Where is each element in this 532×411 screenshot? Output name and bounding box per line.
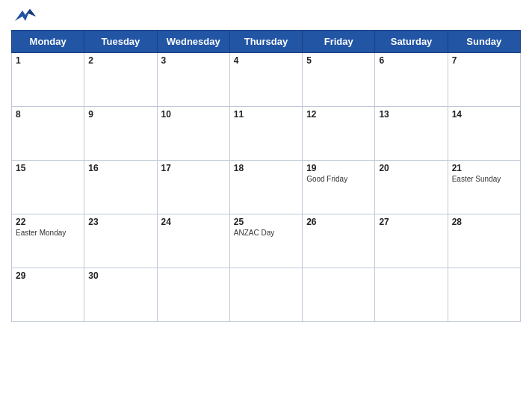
calendar-cell: 16	[84, 161, 157, 214]
calendar-cell: 15	[12, 161, 84, 214]
logo-bird-icon	[15, 7, 36, 24]
calendar-cell: 5	[303, 53, 375, 107]
day-number: 22	[16, 217, 80, 227]
weekday-header: Saturday	[375, 31, 448, 53]
calendar-cell: 4	[229, 53, 302, 107]
day-number: 10	[161, 109, 226, 120]
calendar-cell: 13	[375, 107, 448, 161]
day-number: 18	[234, 163, 298, 173]
weekday-header: Friday	[303, 31, 375, 53]
calendar-week-row: 891011121314	[12, 107, 521, 161]
day-number: 8	[16, 109, 80, 120]
calendar-cell: 25ANZAC Day	[229, 214, 302, 268]
calendar-cell: 23	[84, 214, 157, 268]
calendar-cell: 10	[157, 107, 229, 161]
calendar-cell: 12	[303, 107, 375, 161]
day-number: 14	[452, 109, 516, 120]
day-number: 19	[306, 163, 371, 173]
calendar-cell: 29	[12, 268, 84, 322]
calendar-cell: 28	[448, 214, 520, 268]
day-number: 30	[88, 271, 152, 281]
day-number: 28	[452, 217, 516, 227]
calendar-cell: 22Easter Monday	[12, 214, 84, 268]
weekday-header: Monday	[12, 31, 84, 53]
day-number: 17	[161, 163, 226, 173]
weekday-header: Thursday	[229, 31, 302, 53]
day-number: 27	[379, 217, 443, 227]
calendar-table: MondayTuesdayWednesdayThursdayFridaySatu…	[11, 30, 521, 322]
calendar-week-row: 2930	[12, 268, 521, 322]
calendar-cell: 3	[157, 53, 229, 107]
calendar-cell: 17	[157, 161, 229, 214]
day-number: 11	[234, 109, 298, 120]
calendar-cell: 26	[303, 214, 375, 268]
day-number: 15	[16, 163, 80, 173]
calendar-cell: 30	[84, 268, 157, 322]
day-number: 7	[452, 55, 516, 66]
day-number: 12	[306, 109, 371, 120]
calendar-cell	[229, 268, 302, 322]
day-number: 24	[161, 217, 226, 227]
day-number: 2	[88, 55, 152, 66]
day-number: 6	[379, 55, 443, 66]
calendar-cell: 6	[375, 53, 448, 107]
calendar-cell: 1	[12, 53, 84, 107]
weekday-header: Tuesday	[84, 31, 157, 53]
calendar-cell	[303, 268, 375, 322]
day-number: 26	[306, 217, 371, 227]
calendar-cell: 14	[448, 107, 520, 161]
day-number: 4	[234, 55, 298, 66]
logo	[15, 7, 39, 24]
day-number: 13	[379, 109, 443, 120]
day-number: 29	[16, 271, 80, 281]
weekday-header: Sunday	[448, 31, 520, 53]
day-number: 20	[379, 163, 443, 173]
calendar-cell: 18	[229, 161, 302, 214]
day-number: 16	[88, 163, 152, 173]
holiday-label: Easter Monday	[16, 229, 80, 237]
weekday-header: Wednesday	[157, 31, 229, 53]
holiday-label: Easter Sunday	[452, 175, 516, 183]
day-number: 5	[306, 55, 371, 66]
calendar-cell: 9	[84, 107, 157, 161]
calendar-cell: 20	[375, 161, 448, 214]
calendar-cell: 27	[375, 214, 448, 268]
calendar-cell	[375, 268, 448, 322]
day-number: 1	[16, 55, 80, 66]
day-number: 3	[161, 55, 226, 66]
day-number: 21	[452, 163, 516, 173]
calendar-week-row: 1234567	[12, 53, 521, 107]
calendar-cell	[157, 268, 229, 322]
calendar-cell: 2	[84, 53, 157, 107]
calendar-cell: 19Good Friday	[303, 161, 375, 214]
calendar-cell: 8	[12, 107, 84, 161]
day-number: 25	[234, 217, 298, 227]
calendar-week-row: 1516171819Good Friday2021Easter Sunday	[12, 161, 521, 214]
day-number: 23	[88, 217, 152, 227]
calendar-cell: 21Easter Sunday	[448, 161, 520, 214]
holiday-label: ANZAC Day	[234, 229, 298, 237]
calendar-week-row: 22Easter Monday232425ANZAC Day262728	[12, 214, 521, 268]
weekday-header-row: MondayTuesdayWednesdayThursdayFridaySatu…	[12, 31, 521, 53]
calendar-cell: 11	[229, 107, 302, 161]
day-number: 9	[88, 109, 152, 120]
calendar-cell: 7	[448, 53, 520, 107]
calendar-cell: 24	[157, 214, 229, 268]
calendar-header	[11, 7, 521, 24]
holiday-label: Good Friday	[306, 175, 371, 183]
calendar-cell	[448, 268, 520, 322]
